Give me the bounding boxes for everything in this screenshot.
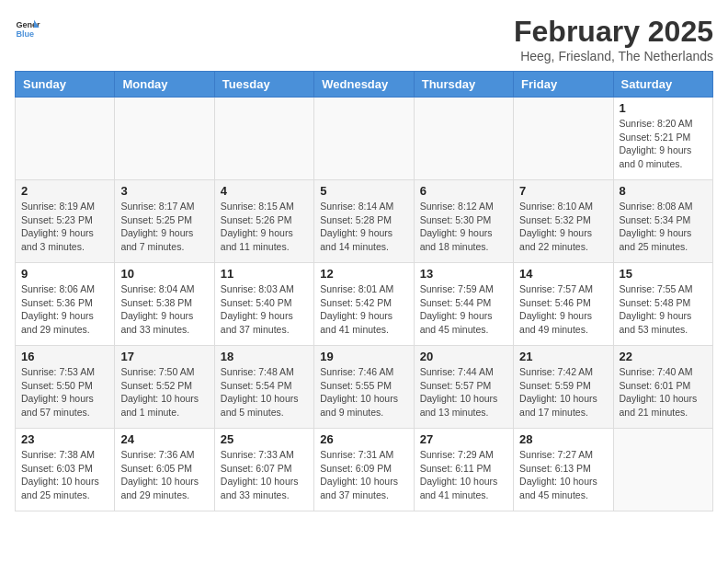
day-info: Sunrise: 7:27 AM Sunset: 6:13 PM Dayligh… (519, 448, 607, 502)
day-number: 16 (21, 350, 108, 363)
calendar-table: SundayMondayTuesdayWednesdayThursdayFrid… (15, 71, 713, 511)
day-info: Sunrise: 7:31 AM Sunset: 6:09 PM Dayligh… (320, 448, 407, 502)
day-info: Sunrise: 7:38 AM Sunset: 6:03 PM Dayligh… (21, 448, 108, 502)
calendar-cell: 9Sunrise: 8:06 AM Sunset: 5:36 PM Daylig… (16, 263, 115, 346)
calendar-cell: 7Sunrise: 8:10 AM Sunset: 5:32 PM Daylig… (514, 180, 613, 263)
day-info: Sunrise: 8:03 AM Sunset: 5:40 PM Dayligh… (221, 282, 308, 337)
day-number: 10 (120, 267, 208, 281)
calendar-cell: 25Sunrise: 7:33 AM Sunset: 6:07 PM Dayli… (214, 429, 313, 511)
calendar-cell (214, 98, 313, 180)
weekday-header-monday: Monday (115, 72, 214, 98)
calendar-subtitle: Heeg, Friesland, The Netherlands (514, 49, 713, 63)
day-info: Sunrise: 8:01 AM Sunset: 5:42 PM Dayligh… (320, 282, 407, 337)
calendar-week-row: 1Sunrise: 8:20 AM Sunset: 5:21 PM Daylig… (16, 98, 713, 180)
day-number: 22 (620, 350, 707, 363)
weekday-header-thursday: Thursday (414, 72, 513, 98)
weekday-header-friday: Friday (514, 72, 613, 98)
calendar-cell: 23Sunrise: 7:38 AM Sunset: 6:03 PM Dayli… (16, 429, 115, 511)
day-number: 28 (519, 432, 607, 446)
calendar-cell: 8Sunrise: 8:08 AM Sunset: 5:34 PM Daylig… (613, 180, 712, 263)
calendar-cell: 15Sunrise: 7:55 AM Sunset: 5:48 PM Dayli… (613, 263, 712, 346)
weekday-header-wednesday: Wednesday (314, 72, 414, 98)
day-info: Sunrise: 8:20 AM Sunset: 5:21 PM Dayligh… (620, 117, 707, 171)
day-number: 8 (620, 184, 707, 198)
day-info: Sunrise: 7:46 AM Sunset: 5:55 PM Dayligh… (320, 365, 407, 419)
weekday-header-sunday: Sunday (16, 72, 115, 98)
calendar-cell: 6Sunrise: 8:12 AM Sunset: 5:30 PM Daylig… (414, 180, 513, 263)
day-number: 26 (320, 432, 407, 446)
day-number: 13 (420, 267, 507, 281)
day-number: 2 (21, 184, 108, 198)
calendar-cell (16, 98, 115, 180)
svg-text:Blue: Blue (16, 29, 34, 39)
calendar-cell: 24Sunrise: 7:36 AM Sunset: 6:05 PM Dayli… (115, 429, 214, 511)
calendar-week-row: 9Sunrise: 8:06 AM Sunset: 5:36 PM Daylig… (16, 263, 713, 346)
day-number: 21 (519, 350, 607, 363)
day-number: 14 (519, 267, 607, 281)
calendar-cell: 28Sunrise: 7:27 AM Sunset: 6:13 PM Dayli… (514, 429, 613, 511)
day-number: 7 (519, 184, 607, 198)
calendar-title: February 2025 (514, 15, 713, 49)
day-info: Sunrise: 7:36 AM Sunset: 6:05 PM Dayligh… (120, 448, 208, 502)
calendar-cell (115, 98, 214, 180)
calendar-cell: 18Sunrise: 7:48 AM Sunset: 5:54 PM Dayli… (214, 346, 313, 429)
day-info: Sunrise: 8:04 AM Sunset: 5:38 PM Dayligh… (120, 282, 208, 337)
day-number: 17 (120, 350, 208, 363)
day-info: Sunrise: 7:48 AM Sunset: 5:54 PM Dayligh… (221, 365, 308, 419)
calendar-cell: 1Sunrise: 8:20 AM Sunset: 5:21 PM Daylig… (613, 98, 712, 180)
calendar-cell (414, 98, 513, 180)
day-number: 12 (320, 267, 407, 281)
calendar-cell: 10Sunrise: 8:04 AM Sunset: 5:38 PM Dayli… (115, 263, 214, 346)
day-info: Sunrise: 7:53 AM Sunset: 5:50 PM Dayligh… (21, 365, 108, 419)
generalblue-logo-icon: General Blue (15, 15, 40, 40)
calendar-cell: 17Sunrise: 7:50 AM Sunset: 5:52 PM Dayli… (115, 346, 214, 429)
day-number: 23 (21, 432, 108, 446)
day-info: Sunrise: 7:57 AM Sunset: 5:46 PM Dayligh… (519, 282, 607, 337)
calendar-cell: 21Sunrise: 7:42 AM Sunset: 5:59 PM Dayli… (514, 346, 613, 429)
calendar-week-row: 2Sunrise: 8:19 AM Sunset: 5:23 PM Daylig… (16, 180, 713, 263)
calendar-cell: 14Sunrise: 7:57 AM Sunset: 5:46 PM Dayli… (514, 263, 613, 346)
day-number: 24 (120, 432, 208, 446)
day-info: Sunrise: 8:15 AM Sunset: 5:26 PM Dayligh… (221, 200, 308, 254)
day-number: 18 (221, 350, 308, 363)
calendar-week-row: 23Sunrise: 7:38 AM Sunset: 6:03 PM Dayli… (16, 429, 713, 511)
day-info: Sunrise: 7:55 AM Sunset: 5:48 PM Dayligh… (620, 282, 707, 337)
day-info: Sunrise: 7:59 AM Sunset: 5:44 PM Dayligh… (420, 282, 507, 337)
weekday-header-saturday: Saturday (613, 72, 712, 98)
calendar-cell: 11Sunrise: 8:03 AM Sunset: 5:40 PM Dayli… (214, 263, 313, 346)
day-info: Sunrise: 7:42 AM Sunset: 5:59 PM Dayligh… (519, 365, 607, 419)
day-info: Sunrise: 7:33 AM Sunset: 6:07 PM Dayligh… (221, 448, 308, 502)
day-number: 19 (320, 350, 407, 363)
calendar-cell: 16Sunrise: 7:53 AM Sunset: 5:50 PM Dayli… (16, 346, 115, 429)
logo: General Blue (15, 15, 40, 40)
day-info: Sunrise: 8:08 AM Sunset: 5:34 PM Dayligh… (620, 200, 707, 254)
calendar-cell: 26Sunrise: 7:31 AM Sunset: 6:09 PM Dayli… (314, 429, 414, 511)
title-block: February 2025 Heeg, Friesland, The Nethe… (514, 15, 713, 63)
calendar-week-row: 16Sunrise: 7:53 AM Sunset: 5:50 PM Dayli… (16, 346, 713, 429)
day-number: 27 (420, 432, 507, 446)
day-number: 20 (420, 350, 507, 363)
calendar-cell (314, 98, 414, 180)
day-number: 4 (221, 184, 308, 198)
day-info: Sunrise: 7:44 AM Sunset: 5:57 PM Dayligh… (420, 365, 507, 419)
calendar-cell (613, 429, 712, 511)
calendar-cell: 3Sunrise: 8:17 AM Sunset: 5:25 PM Daylig… (115, 180, 214, 263)
day-info: Sunrise: 7:40 AM Sunset: 6:01 PM Dayligh… (620, 365, 707, 419)
day-number: 9 (21, 267, 108, 281)
weekday-header-tuesday: Tuesday (214, 72, 313, 98)
day-number: 15 (620, 267, 707, 281)
day-info: Sunrise: 8:17 AM Sunset: 5:25 PM Dayligh… (120, 200, 208, 254)
page-header: General Blue February 2025 Heeg, Friesla… (15, 15, 713, 63)
day-info: Sunrise: 8:10 AM Sunset: 5:32 PM Dayligh… (519, 200, 607, 254)
calendar-cell: 22Sunrise: 7:40 AM Sunset: 6:01 PM Dayli… (613, 346, 712, 429)
calendar-cell (514, 98, 613, 180)
day-info: Sunrise: 8:12 AM Sunset: 5:30 PM Dayligh… (420, 200, 507, 254)
day-info: Sunrise: 8:06 AM Sunset: 5:36 PM Dayligh… (21, 282, 108, 337)
calendar-cell: 27Sunrise: 7:29 AM Sunset: 6:11 PM Dayli… (414, 429, 513, 511)
day-info: Sunrise: 7:29 AM Sunset: 6:11 PM Dayligh… (420, 448, 507, 502)
calendar-cell: 19Sunrise: 7:46 AM Sunset: 5:55 PM Dayli… (314, 346, 414, 429)
day-number: 6 (420, 184, 507, 198)
calendar-cell: 20Sunrise: 7:44 AM Sunset: 5:57 PM Dayli… (414, 346, 513, 429)
day-number: 5 (320, 184, 407, 198)
day-info: Sunrise: 8:19 AM Sunset: 5:23 PM Dayligh… (21, 200, 108, 254)
